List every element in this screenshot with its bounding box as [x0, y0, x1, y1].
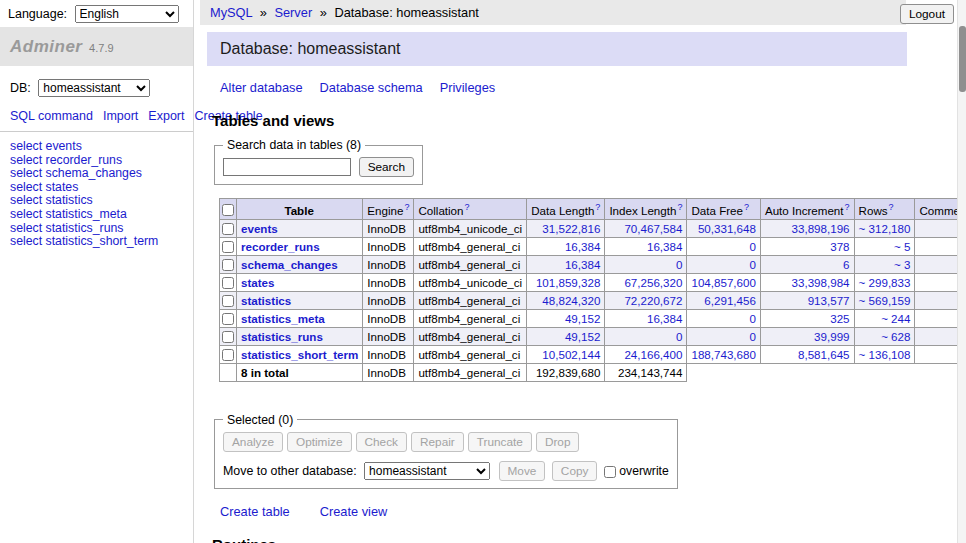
select-link[interactable]: select [10, 207, 42, 221]
index-length-link[interactable]: 72,220,672 [624, 294, 682, 307]
column-help-icon[interactable]: ? [845, 202, 850, 212]
table-name-link[interactable]: schema_changes [46, 166, 142, 180]
data-free-link[interactable]: 0 [749, 330, 755, 343]
column-help-icon[interactable]: ? [677, 202, 682, 212]
auto-increment-link[interactable]: 325 [830, 312, 849, 325]
vertical-scrollbar[interactable] [957, 0, 966, 543]
table-name-link[interactable]: statistics [241, 294, 291, 307]
table-name-link[interactable]: states [241, 276, 275, 289]
row-checkbox[interactable] [222, 331, 234, 343]
column-help-icon[interactable]: ? [889, 202, 894, 212]
column-help-icon[interactable]: ? [465, 202, 470, 212]
rows-count-link[interactable]: ~ 628 [881, 330, 910, 343]
app-name[interactable]: Adminer [10, 37, 82, 56]
select-link[interactable]: select [10, 166, 42, 180]
row-checkbox[interactable] [222, 277, 234, 289]
auto-increment-link[interactable]: 33,398,984 [792, 276, 850, 289]
auto-increment-link[interactable]: 8,581,645 [798, 348, 850, 361]
database-action-link[interactable]: Alter database [220, 80, 303, 95]
data-length-link[interactable]: 31,522,816 [542, 222, 600, 235]
overwrite-checkbox[interactable] [604, 466, 616, 478]
data-length-link[interactable]: 10,502,144 [542, 348, 600, 361]
table-name-link[interactable]: states [46, 180, 79, 194]
index-length-link[interactable]: 67,256,320 [624, 276, 682, 289]
sidebar-action-link[interactable]: SQL command [10, 109, 93, 123]
data-length-link[interactable]: 49,152 [565, 330, 600, 343]
data-length-link[interactable]: 101,859,328 [536, 276, 600, 289]
row-checkbox[interactable] [222, 259, 234, 271]
data-free-link[interactable]: 0 [749, 240, 755, 253]
data-free-link[interactable]: 6,291,456 [704, 294, 756, 307]
rows-count-link[interactable]: ~ 3 [894, 258, 910, 271]
index-length-link[interactable]: 16,384 [647, 240, 682, 253]
auto-increment-link[interactable]: 378 [830, 240, 849, 253]
auto-increment-link[interactable]: 913,577 [808, 294, 850, 307]
column-help-icon[interactable]: ? [595, 202, 600, 212]
table-name-link[interactable]: statistics_short_term [46, 234, 159, 248]
table-name-link[interactable]: statistics_runs [241, 330, 323, 343]
row-checkbox[interactable] [222, 241, 234, 253]
data-free-link[interactable]: 50,331,648 [698, 222, 756, 235]
bulk-action-button[interactable]: Optimize [287, 432, 352, 452]
rows-count-link[interactable]: ~ 569,159 [859, 294, 911, 307]
db-select[interactable]: homeassistant [38, 79, 150, 97]
row-checkbox[interactable] [222, 223, 234, 235]
auto-increment-link[interactable]: 39,999 [814, 330, 849, 343]
breadcrumb-server-link[interactable]: Server [274, 5, 312, 20]
data-length-link[interactable]: 49,152 [565, 312, 600, 325]
data-length-link[interactable]: 16,384 [565, 258, 600, 271]
rows-count-link[interactable]: ~ 244 [881, 312, 910, 325]
logout-button[interactable]: Logout [900, 4, 954, 24]
move-button[interactable]: Move [499, 461, 546, 481]
index-length-link[interactable]: 0 [676, 330, 682, 343]
bulk-action-button[interactable]: Check [356, 432, 407, 452]
table-name-link[interactable]: statistics [46, 193, 93, 207]
column-header[interactable]: Auto Increment? [760, 199, 854, 220]
auto-increment-link[interactable]: 6 [843, 258, 849, 271]
table-name-link[interactable]: statistics_meta [46, 207, 127, 221]
column-header[interactable]: Index Length? [605, 199, 687, 220]
create-link[interactable]: Create table [220, 504, 290, 519]
select-link[interactable]: select [10, 180, 42, 194]
index-length-link[interactable]: 16,384 [647, 312, 682, 325]
search-input[interactable] [223, 158, 351, 176]
bulk-action-button[interactable]: Analyze [223, 432, 283, 452]
rows-count-link[interactable]: ~ 5 [894, 240, 910, 253]
column-header[interactable]: Rows? [854, 199, 915, 220]
data-free-link[interactable]: 188,743,680 [691, 348, 755, 361]
rows-count-link[interactable]: ~ 299,833 [859, 276, 911, 289]
index-length-link[interactable]: 70,467,584 [624, 222, 682, 235]
select-link[interactable]: select [10, 221, 42, 235]
index-length-link[interactable]: 24,166,400 [624, 348, 682, 361]
sidebar-action-link[interactable]: Import [103, 109, 138, 123]
bulk-action-button[interactable]: Truncate [468, 432, 532, 452]
row-checkbox[interactable] [222, 349, 234, 361]
search-button[interactable]: Search [359, 157, 414, 177]
table-name-link[interactable]: statistics_meta [241, 312, 325, 325]
row-checkbox[interactable] [222, 295, 234, 307]
table-name-link[interactable]: events [46, 139, 82, 153]
data-free-link[interactable]: 104,857,600 [691, 276, 755, 289]
rows-count-link[interactable]: ~ 312,180 [859, 222, 911, 235]
sidebar-action-link[interactable]: Export [148, 109, 184, 123]
data-free-link[interactable]: 0 [749, 258, 755, 271]
table-name-link[interactable]: statistics_short_term [241, 348, 358, 361]
data-length-link[interactable]: 16,384 [565, 240, 600, 253]
overwrite-label[interactable]: overwrite [619, 464, 668, 478]
database-action-link[interactable]: Database schema [320, 80, 423, 95]
breadcrumb-mysql-link[interactable]: MySQL [210, 5, 252, 20]
table-name-link[interactable]: events [241, 222, 278, 235]
auto-increment-link[interactable]: 33,898,196 [792, 222, 850, 235]
row-checkbox[interactable] [222, 313, 234, 325]
scrollbar-thumb[interactable] [959, 26, 966, 92]
column-help-icon[interactable]: ? [744, 202, 749, 212]
language-select[interactable]: English [75, 5, 179, 23]
column-header[interactable]: Table [237, 199, 363, 220]
index-length-link[interactable]: 0 [676, 258, 682, 271]
select-all-checkbox[interactable] [222, 204, 234, 216]
column-header[interactable]: Engine? [363, 199, 414, 220]
select-link[interactable]: select [10, 193, 42, 207]
select-link[interactable]: select [10, 234, 42, 248]
select-link[interactable]: select [10, 139, 42, 153]
table-name-link[interactable]: recorder_runs [46, 153, 123, 167]
